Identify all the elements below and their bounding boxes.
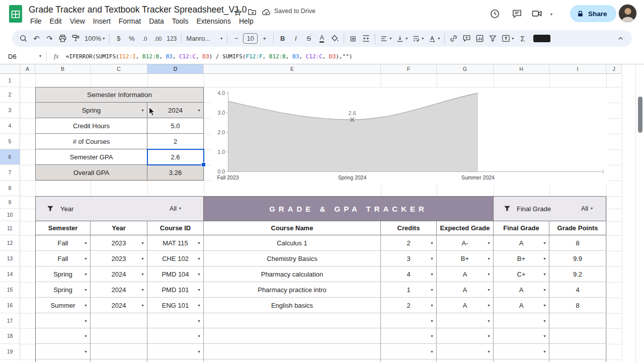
tracker-col-header-expected-grade[interactable]: Expected Grade bbox=[437, 221, 494, 235]
cell-B18[interactable]: ▼ bbox=[35, 328, 91, 344]
cell-dropdown-arrow-icon[interactable]: ▼ bbox=[543, 319, 546, 322]
cell-dropdown-arrow-icon[interactable]: ▼ bbox=[197, 304, 201, 307]
row-header-6[interactable]: 6 bbox=[0, 149, 20, 165]
cell-C12[interactable]: 2023▼ bbox=[91, 235, 147, 251]
cell-G16[interactable]: A▼ bbox=[437, 298, 494, 313]
cell-dropdown-arrow-icon[interactable]: ▼ bbox=[487, 350, 491, 353]
cell-I14[interactable]: 9.2 bbox=[549, 266, 606, 282]
cell-C14[interactable]: 2024▼ bbox=[91, 266, 147, 282]
col-header-E[interactable]: E bbox=[204, 64, 381, 74]
col-header-B[interactable]: B bbox=[35, 64, 91, 74]
cell-H13[interactable]: B+▼ bbox=[494, 251, 549, 266]
cell-B4-credit-hours-label[interactable]: Credit Hours bbox=[35, 118, 147, 134]
cell-D19[interactable]: ▼ bbox=[147, 344, 204, 359]
row-header-5[interactable]: 5 bbox=[0, 134, 20, 149]
cell-dropdown-arrow-icon[interactable]: ▼ bbox=[141, 273, 144, 276]
cell-I16[interactable]: 8 bbox=[549, 298, 606, 313]
final-grade-filter-value[interactable]: All bbox=[581, 205, 588, 212]
cell-G17[interactable]: ▼ bbox=[437, 313, 494, 328]
cell-dropdown-arrow-icon[interactable]: ▼ bbox=[430, 350, 434, 353]
cell-B6-semester-gpa-label[interactable]: Semester GPA bbox=[35, 149, 147, 165]
fill-handle[interactable] bbox=[201, 162, 206, 167]
grid-corner-box[interactable] bbox=[0, 64, 20, 74]
cell-E14[interactable]: Pharmacy calculation bbox=[204, 266, 381, 282]
cell-dropdown-arrow-icon[interactable]: ▼ bbox=[430, 241, 434, 245]
cell-dropdown-arrow-icon[interactable]: ▼ bbox=[197, 109, 201, 112]
cell-H20[interactable] bbox=[494, 359, 549, 362]
cell-B7-overall-gpa-label[interactable]: Overall GPA bbox=[35, 165, 147, 180]
cell-F12[interactable]: 2▼ bbox=[381, 235, 437, 251]
cell-B2-semester-info-title[interactable]: Semester Information bbox=[35, 87, 204, 103]
cell-H15[interactable]: A▼ bbox=[494, 282, 549, 298]
tracker-title-banner[interactable]: GRADE & GPA TRACKER bbox=[204, 196, 494, 221]
tracker-final-grade-filter[interactable]: Final GradeAll▾ bbox=[494, 196, 606, 221]
gpa-area-chart[interactable]: 4.03.02.01.00.0Fall 2023Spring 2024Summe… bbox=[211, 88, 609, 185]
col-header-I[interactable]: I bbox=[549, 64, 606, 74]
tracker-col-header-grade-points[interactable]: Grade Points bbox=[549, 221, 606, 235]
cell-dropdown-arrow-icon[interactable]: ▼ bbox=[543, 334, 546, 338]
cell-dropdown-arrow-icon[interactable]: ▼ bbox=[430, 319, 434, 322]
cell-G13[interactable]: B+▼ bbox=[437, 251, 494, 266]
cell-H17[interactable]: ▼ bbox=[494, 313, 549, 328]
cell-I17[interactable] bbox=[549, 313, 606, 328]
cell-D16[interactable]: ENG 101▼ bbox=[147, 298, 204, 313]
cell-F15[interactable]: 1▼ bbox=[381, 282, 437, 298]
cell-F18[interactable]: ▼ bbox=[381, 328, 437, 344]
cell-dropdown-arrow-icon[interactable]: ▼ bbox=[430, 288, 434, 292]
cell-dropdown-arrow-icon[interactable]: ▼ bbox=[543, 288, 546, 292]
cell-F16[interactable]: 2▼ bbox=[381, 298, 437, 313]
cell-D14[interactable]: PMD 104▼ bbox=[147, 266, 204, 282]
cell-dropdown-arrow-icon[interactable]: ▼ bbox=[543, 350, 546, 353]
cell-B3-semester-dropdown[interactable]: Spring▼ bbox=[35, 103, 147, 118]
cell-dropdown-arrow-icon[interactable]: ▼ bbox=[543, 241, 546, 245]
year-filter-caret-icon[interactable]: ▾ bbox=[179, 207, 181, 211]
cell-E12[interactable]: Calculus 1 bbox=[204, 235, 381, 251]
vertical-scrollbar[interactable] bbox=[635, 64, 644, 362]
cell-G15[interactable]: A▼ bbox=[437, 282, 494, 298]
cell-F19[interactable]: ▼ bbox=[381, 344, 437, 359]
row-header-19[interactable]: 19 bbox=[0, 344, 20, 359]
cell-I19[interactable] bbox=[549, 344, 606, 359]
cell-dropdown-arrow-icon[interactable]: ▼ bbox=[197, 288, 201, 292]
cell-dropdown-arrow-icon[interactable]: ▼ bbox=[487, 304, 491, 307]
tracker-col-header-course-name[interactable]: Course Name bbox=[204, 221, 381, 235]
row-header-9[interactable]: 9 bbox=[0, 196, 20, 209]
cell-dropdown-arrow-icon[interactable]: ▼ bbox=[84, 257, 88, 260]
cell-D17[interactable]: ▼ bbox=[147, 313, 204, 328]
cell-dropdown-arrow-icon[interactable]: ▼ bbox=[141, 288, 144, 292]
cell-dropdown-arrow-icon[interactable]: ▼ bbox=[430, 257, 434, 260]
cell-B16[interactable]: Summer▼ bbox=[35, 298, 91, 313]
cell-dropdown-arrow-icon[interactable]: ▼ bbox=[141, 241, 144, 245]
cell-H16[interactable]: A▼ bbox=[494, 298, 549, 313]
cell-D15[interactable]: PMD 101▼ bbox=[147, 282, 204, 298]
cell-F17[interactable]: ▼ bbox=[381, 313, 437, 328]
cell-dropdown-arrow-icon[interactable]: ▼ bbox=[197, 257, 201, 260]
col-header-D[interactable]: D bbox=[147, 64, 204, 74]
cell-dropdown-arrow-icon[interactable]: ▼ bbox=[84, 241, 88, 245]
row-header-7[interactable]: 7 bbox=[0, 165, 20, 180]
cell-B13[interactable]: Fall▼ bbox=[35, 251, 91, 266]
cell-dropdown-arrow-icon[interactable]: ▼ bbox=[197, 319, 201, 322]
cell-H14[interactable]: C+▼ bbox=[494, 266, 549, 282]
year-filter-value[interactable]: All bbox=[170, 205, 177, 212]
cell-E13[interactable]: Chemistry Basics bbox=[204, 251, 381, 266]
cell-B15[interactable]: Spring▼ bbox=[35, 282, 91, 298]
cell-E20[interactable] bbox=[204, 359, 381, 362]
cell-C17[interactable] bbox=[91, 313, 147, 328]
tracker-col-header-semester[interactable]: Semester bbox=[35, 221, 91, 235]
cell-dropdown-arrow-icon[interactable]: ▼ bbox=[430, 334, 434, 338]
row-header-15[interactable]: 15 bbox=[0, 282, 20, 298]
cell-dropdown-arrow-icon[interactable]: ▼ bbox=[197, 241, 201, 245]
cell-dropdown-arrow-icon[interactable]: ▼ bbox=[197, 350, 201, 353]
cell-B5-num-courses-label[interactable]: # of Courses bbox=[35, 134, 147, 149]
cell-F14[interactable]: 4▼ bbox=[381, 266, 437, 282]
cell-dropdown-arrow-icon[interactable]: ▼ bbox=[141, 109, 144, 112]
col-header-F[interactable]: F bbox=[381, 64, 437, 74]
cell-D20[interactable] bbox=[147, 359, 204, 362]
cell-D12[interactable]: MAT 115▼ bbox=[147, 235, 204, 251]
row-header-4[interactable]: 4 bbox=[0, 118, 20, 134]
cell-D4-credit-hours-value[interactable]: 5.0 bbox=[147, 118, 204, 134]
cell-dropdown-arrow-icon[interactable]: ▼ bbox=[84, 288, 88, 292]
cell-F13[interactable]: 3▼ bbox=[381, 251, 437, 266]
row-header-1[interactable]: 1 bbox=[0, 74, 20, 87]
